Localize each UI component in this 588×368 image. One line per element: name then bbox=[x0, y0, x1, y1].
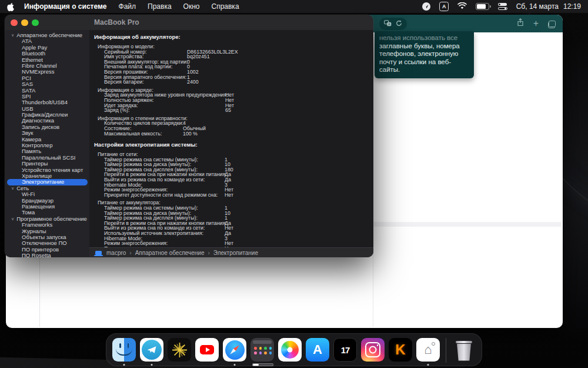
zoom-button[interactable] bbox=[32, 19, 39, 26]
finder-icon bbox=[112, 338, 136, 362]
section-header: Информация об аккумуляторе: bbox=[94, 34, 373, 40]
content-section: Информация об аккумуляторе:Информация о … bbox=[94, 34, 373, 136]
sidebar-item-SAS[interactable]: SAS bbox=[5, 81, 89, 87]
dock-item-tradingview[interactable]: 17 bbox=[333, 338, 357, 362]
sidebar-item-Thunderbolt/USB4[interactable]: Thunderbolt/USB4 bbox=[5, 100, 89, 105]
password-hint-tooltip: нельзя использовать всезаглавные буквы, … bbox=[375, 31, 474, 78]
chevron-down-icon: ∨ bbox=[11, 32, 14, 38]
dock-item-app-store[interactable]: A bbox=[306, 338, 329, 362]
close-button[interactable] bbox=[11, 19, 18, 26]
translate-icon[interactable]: A bbox=[384, 18, 392, 29]
menu-bar-clock[interactable]: Сб, 14 марта 12:19 bbox=[516, 2, 581, 11]
sidebar-item-ПО Rosetta[interactable]: ПО Rosetta bbox=[5, 253, 89, 257]
info-row: Максимальная емкость:100 % bbox=[94, 131, 373, 137]
download-progress-bar bbox=[252, 363, 273, 367]
toolbar-pill: A bbox=[379, 18, 407, 30]
dock-item-k-app[interactable]: K bbox=[389, 338, 412, 362]
section-header: Настройки электропитания системы: bbox=[94, 141, 373, 148]
dock-item-trash[interactable] bbox=[452, 338, 476, 362]
dock-item-app-grid[interactable] bbox=[250, 338, 274, 362]
info-row: Версия батареи:2400 bbox=[94, 79, 373, 85]
sidebar-item-ATA[interactable]: ATA bbox=[5, 38, 89, 44]
menu-item-Правка[interactable]: Правка bbox=[148, 2, 172, 11]
app-store-icon: A bbox=[306, 338, 329, 362]
content-section: Настройки электропитания системы:Питание… bbox=[94, 141, 373, 247]
dock-item-finder[interactable] bbox=[112, 338, 136, 362]
dock-item-photos[interactable] bbox=[278, 338, 302, 362]
sidebar-item-SATA[interactable]: SATA bbox=[5, 88, 89, 94]
tooltip-line: заглавные буквы, номера bbox=[379, 42, 469, 51]
active-app-name[interactable]: Информация о системе bbox=[24, 2, 107, 11]
dock-item-telegram[interactable] bbox=[140, 338, 163, 362]
time-label: 12:19 bbox=[563, 2, 581, 11]
tooltip-line: нельзя использовать все bbox=[379, 34, 469, 42]
sidebar-item-Wi-Fi[interactable]: Wi-Fi bbox=[5, 191, 89, 197]
sidebar-section-Аппаратное обеспечение[interactable]: ∨Аппаратное обеспечение bbox=[5, 32, 89, 38]
photos-icon bbox=[278, 338, 302, 362]
sidebar-item-PCI[interactable]: PCI bbox=[5, 75, 89, 81]
breadcrumb-separator: › bbox=[208, 250, 210, 256]
youtube-icon bbox=[195, 338, 219, 362]
dock-item-home-design[interactable]: ⌂ bbox=[416, 338, 440, 362]
dock-item-starburst-app[interactable] bbox=[168, 338, 191, 362]
sidebar-item-NVMExpress[interactable]: NVMExpress bbox=[5, 69, 89, 75]
toolbar-right-icons: + bbox=[517, 15, 556, 32]
tab-overview-icon[interactable] bbox=[548, 21, 556, 27]
sidebar-item-Запись дисков[interactable]: Запись дисков bbox=[5, 124, 89, 130]
telegram-icon bbox=[140, 338, 163, 362]
sidebar-item-Звук[interactable]: Звук bbox=[5, 130, 89, 136]
sidebar-item-Размещения[interactable]: Размещения bbox=[5, 204, 89, 210]
dock-item-instagram[interactable] bbox=[361, 338, 385, 362]
battery-icon[interactable] bbox=[476, 3, 489, 10]
sysinfo-path-bar: macpro›Аппаратное обеспечение›Электропит… bbox=[89, 247, 373, 257]
reload-icon[interactable] bbox=[396, 18, 402, 29]
input-source-icon[interactable]: А bbox=[439, 2, 449, 11]
info-group: Питание от аккумулятора:Таймер режима сн… bbox=[94, 200, 373, 247]
breadcrumb: macpro›Аппаратное обеспечение›Электропит… bbox=[106, 250, 258, 256]
sysinfo-sidebar: ∨Аппаратное обеспечениеATAApple PayBluet… bbox=[5, 30, 89, 257]
apple-menu-icon[interactable] bbox=[7, 2, 15, 11]
sidebar-item-Bluetooth[interactable]: Bluetooth bbox=[5, 51, 89, 57]
menu-item-Файл[interactable]: Файл bbox=[119, 2, 136, 11]
new-tab-icon[interactable]: + bbox=[533, 19, 539, 28]
home-design-icon: ⌂ bbox=[416, 338, 440, 362]
sidebar-item-Apple Pay[interactable]: Apple Pay bbox=[5, 45, 89, 51]
trash-icon bbox=[455, 341, 473, 361]
minimize-button[interactable] bbox=[21, 19, 28, 26]
safari-icon bbox=[223, 338, 246, 362]
breadcrumb-separator: › bbox=[129, 250, 131, 256]
sidebar-section-Сеть[interactable]: ∨Сеть bbox=[5, 185, 89, 191]
share-icon[interactable] bbox=[517, 18, 524, 29]
info-label: Версия батареи: bbox=[104, 79, 144, 85]
breadcrumb-Электропитание: Электропитание bbox=[213, 250, 258, 256]
page-section-gap bbox=[373, 222, 562, 227]
sidebar-item-Frameworks[interactable]: Frameworks bbox=[5, 222, 89, 228]
sysinfo-content: Информация об аккумуляторе:Информация о … bbox=[89, 30, 373, 247]
window-titlebar[interactable]: MacBook Pro bbox=[5, 15, 373, 30]
menu-item-Окно[interactable]: Окно bbox=[183, 2, 200, 11]
info-label: Максимальная емкость: bbox=[104, 131, 162, 137]
wifi-icon[interactable] bbox=[457, 2, 467, 11]
info-label: Приоритет доступности сети над режимом с… bbox=[104, 192, 218, 198]
dock-item-safari[interactable] bbox=[223, 338, 246, 362]
k-app-icon: K bbox=[389, 338, 412, 362]
tooltip-line: телефонов, электронную bbox=[379, 50, 469, 58]
chevron-down-icon: ∨ bbox=[11, 185, 14, 191]
dock-item-youtube[interactable] bbox=[195, 338, 219, 362]
info-value: bq20z451 bbox=[187, 54, 210, 59]
info-row: Приоритет доступности сети над режимом с… bbox=[94, 193, 373, 198]
control-center-icon[interactable] bbox=[498, 3, 507, 11]
sidebar-item-Контроллер[interactable]: Контроллер bbox=[5, 142, 89, 148]
location-icon[interactable] bbox=[422, 2, 430, 11]
menu-bar: Информация о системе ФайлПравкаОкноСправ… bbox=[0, 0, 588, 13]
date-label: Сб, 14 марта bbox=[516, 2, 559, 11]
info-group: Информация о модели:Серийный номер:D8613… bbox=[94, 44, 373, 85]
info-row: Заряд (%):65 bbox=[94, 108, 373, 113]
menu-item-Справка[interactable]: Справка bbox=[211, 2, 239, 11]
menu-items: ФайлПравкаОкноСправка bbox=[119, 2, 239, 11]
breadcrumb-Аппаратное обеспечение: Аппаратное обеспечение bbox=[135, 250, 205, 256]
chevron-down-icon: ∨ bbox=[11, 216, 14, 222]
app-grid-icon bbox=[250, 338, 274, 362]
info-value: 65 bbox=[225, 108, 231, 113]
info-value: 100 % bbox=[183, 131, 198, 137]
